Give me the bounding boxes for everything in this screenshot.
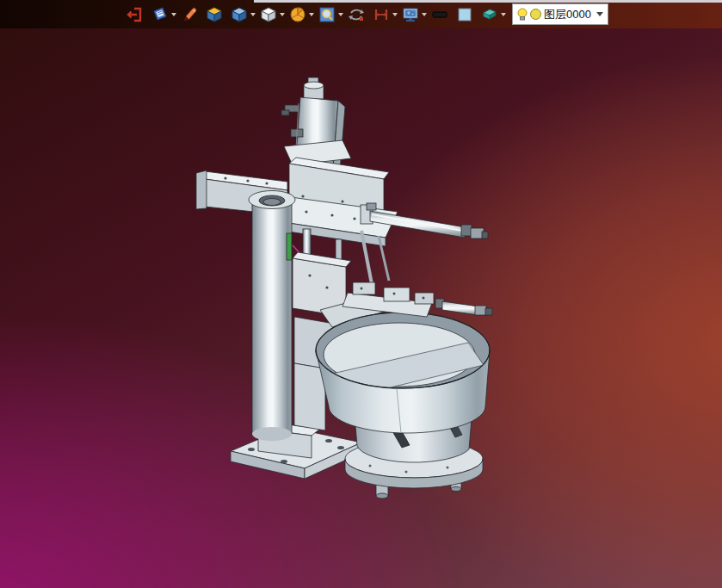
- section-pie-icon[interactable]: [288, 5, 307, 24]
- cad-model[interactable]: [0, 0, 722, 588]
- display-settings-icon[interactable]: [401, 5, 420, 24]
- wireframe-cube-icon[interactable]: [259, 5, 278, 24]
- dropdown-arrow-icon[interactable]: [391, 5, 398, 24]
- dimension-icon[interactable]: [372, 5, 391, 24]
- layer-color-dot-icon: [529, 8, 542, 21]
- zoom-window-icon[interactable]: [318, 5, 336, 24]
- dropdown-arrow-icon[interactable]: [170, 5, 177, 24]
- dropdown-arrow-icon[interactable]: [307, 5, 315, 24]
- color-swatch-icon[interactable]: [455, 5, 474, 24]
- main-column-cylinder[interactable]: [249, 191, 295, 442]
- dropdown-arrow-icon[interactable]: [278, 5, 286, 24]
- combo-dropdown-arrow-icon[interactable]: [595, 12, 605, 16]
- dropdown-arrow-icon[interactable]: [336, 5, 344, 24]
- layer-name-label: 图层0000: [544, 7, 591, 22]
- layer-tool-icon[interactable]: [480, 5, 499, 24]
- dropdown-arrow-icon[interactable]: [420, 5, 428, 24]
- window-edge-strip: [254, 0, 722, 3]
- exit-icon[interactable]: [126, 5, 145, 24]
- shaded-cube-icon[interactable]: [230, 5, 249, 24]
- toolbar-icon-row: [126, 4, 509, 25]
- brush-icon[interactable]: [180, 5, 199, 24]
- main-toolbar: 图层0000: [0, 0, 722, 28]
- solid-color-box-icon[interactable]: [205, 5, 224, 24]
- viewport-canvas[interactable]: [0, 0, 722, 588]
- line-width-icon[interactable]: [430, 5, 449, 24]
- layer-visibility-bulb-icon: [515, 7, 529, 22]
- dropdown-arrow-icon[interactable]: [249, 5, 256, 24]
- dropdown-arrow-icon[interactable]: [499, 5, 507, 24]
- layer-combobox[interactable]: 图层0000: [512, 3, 608, 25]
- column-base-plate[interactable]: [231, 422, 361, 479]
- sketch-book-icon[interactable]: [151, 5, 170, 24]
- feeder-bowl[interactable]: [316, 313, 490, 433]
- rotate-view-icon[interactable]: [347, 5, 366, 24]
